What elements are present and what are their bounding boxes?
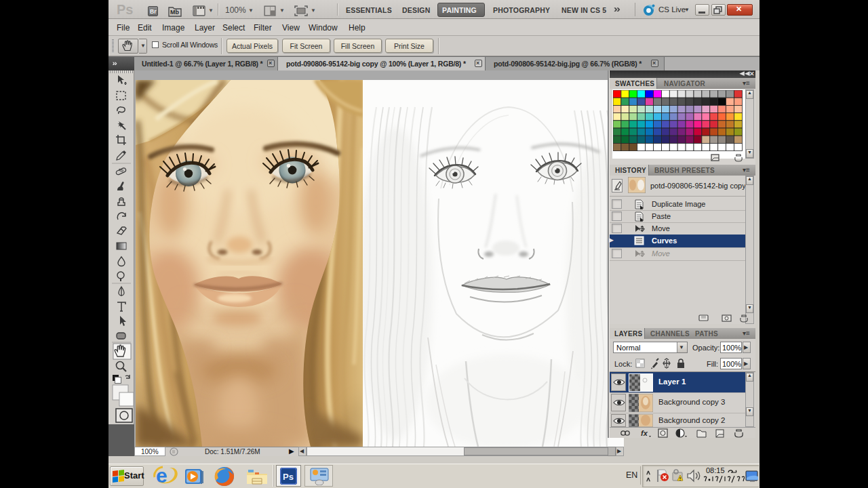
svg-text:fx: fx xyxy=(641,429,648,437)
svg-text:Ps: Ps xyxy=(283,472,294,482)
svg-text:Mb: Mb xyxy=(170,9,179,16)
